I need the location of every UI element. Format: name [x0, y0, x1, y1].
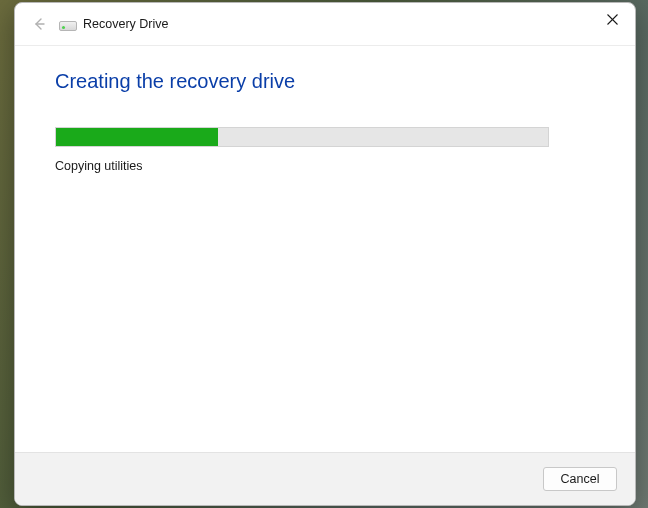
close-icon: [607, 14, 618, 25]
progress-bar: [55, 127, 549, 147]
wizard-footer: Cancel: [15, 452, 635, 505]
titlebar: Recovery Drive: [15, 3, 635, 46]
window-title: Recovery Drive: [83, 17, 168, 31]
close-button[interactable]: [589, 3, 635, 35]
drive-icon: [59, 17, 77, 31]
recovery-drive-wizard-window: Recovery Drive Creating the recovery dri…: [14, 2, 636, 506]
back-button: [25, 10, 53, 38]
status-text: Copying utilities: [55, 159, 595, 173]
wizard-content: Creating the recovery drive Copying util…: [15, 46, 635, 452]
arrow-left-icon: [31, 16, 47, 32]
page-heading: Creating the recovery drive: [55, 70, 595, 93]
progress-fill: [56, 128, 218, 146]
cancel-button[interactable]: Cancel: [543, 467, 617, 491]
